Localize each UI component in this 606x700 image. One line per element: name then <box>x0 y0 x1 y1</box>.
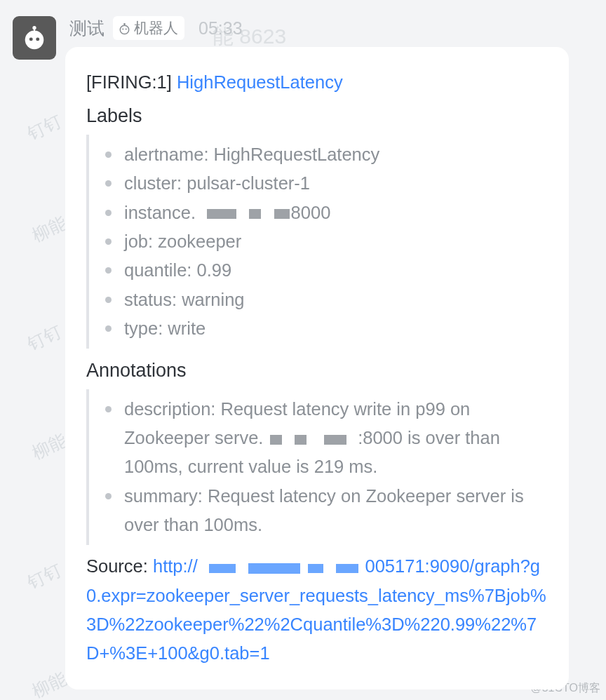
label-alertname: alertname: HighRequestLatency <box>124 140 548 169</box>
bullet-icon <box>105 406 112 412</box>
svg-point-9 <box>126 28 127 29</box>
bullet-icon <box>105 152 112 158</box>
bullet-icon <box>105 180 112 187</box>
redaction <box>248 563 300 574</box>
avatar[interactable] <box>13 16 56 60</box>
label-job: job: zookeeper <box>124 227 548 256</box>
bot-badge-label: 机器人 <box>134 18 178 38</box>
annotations-list: description: Request latency write in p9… <box>86 389 548 545</box>
svg-point-3 <box>29 37 33 41</box>
label-quantile: quantile: 0.99 <box>124 256 548 285</box>
list-item: instance. 8000 <box>102 198 548 227</box>
bullet-icon <box>105 210 112 216</box>
annotation-description: description: Request latency write in p9… <box>124 395 548 482</box>
source-link[interactable]: http:// 005171:9090/graph?g0.expr=zookee… <box>86 556 546 663</box>
svg-rect-2 <box>34 29 35 32</box>
svg-point-4 <box>36 37 39 41</box>
label-cluster: cluster: pulsar-cluster-1 <box>124 169 548 198</box>
bullet-icon <box>105 493 112 499</box>
redaction <box>308 564 323 573</box>
svg-point-6 <box>123 22 126 25</box>
list-item: status: warning <box>102 285 548 314</box>
list-item: description: Request latency write in p9… <box>102 395 548 482</box>
chat-message: 能 8623 测试 机器人 05:33 [FIRING:1] HighReque… <box>0 0 606 689</box>
bullet-icon <box>105 267 112 274</box>
redaction <box>207 209 236 219</box>
firing-prefix: [FIRING:1] <box>86 72 177 92</box>
bullet-icon <box>105 325 112 332</box>
redaction <box>270 435 282 445</box>
redaction <box>336 564 358 573</box>
redaction <box>249 209 261 219</box>
svg-point-5 <box>120 25 128 34</box>
bot-badge: 机器人 <box>113 16 184 40</box>
sender-name[interactable]: 测试 <box>69 17 105 40</box>
labels-list: alertname: HighRequestLatency cluster: p… <box>86 135 548 349</box>
redaction <box>274 209 290 219</box>
list-item: job: zookeeper <box>102 227 548 256</box>
annotation-summary: summary: Request latency on Zookeeper se… <box>124 482 548 540</box>
list-item: quantile: 0.99 <box>102 256 548 285</box>
redaction <box>295 435 307 445</box>
source-label: Source: <box>86 556 153 576</box>
robot-icon <box>118 22 131 35</box>
list-item: alertname: HighRequestLatency <box>102 140 548 169</box>
list-item: cluster: pulsar-cluster-1 <box>102 169 548 198</box>
message-meta: 能 8623 测试 机器人 05:33 <box>65 16 569 40</box>
labels-heading: Labels <box>86 101 548 132</box>
redaction <box>209 564 236 573</box>
list-item: type: write <box>102 314 548 343</box>
redaction <box>324 435 346 445</box>
robot-icon <box>21 25 48 51</box>
label-instance: instance. 8000 <box>124 198 548 227</box>
annotations-heading: Annotations <box>86 356 548 386</box>
label-type: type: write <box>124 314 548 343</box>
list-item: summary: Request latency on Zookeeper se… <box>102 482 548 540</box>
alert-name-link[interactable]: HighRequestLatency <box>177 72 343 92</box>
timestamp: 05:33 <box>198 18 243 39</box>
alert-title: [FIRING:1] HighRequestLatency <box>86 68 548 97</box>
svg-point-0 <box>25 31 44 50</box>
bullet-icon <box>105 238 112 245</box>
source-line: Source: http:// 005171:9090/graph?g0.exp… <box>86 552 548 668</box>
bullet-icon <box>105 297 112 303</box>
label-status: status: warning <box>124 285 548 314</box>
alert-card: [FIRING:1] HighRequestLatency Labels ale… <box>65 47 569 689</box>
svg-point-8 <box>122 28 123 29</box>
